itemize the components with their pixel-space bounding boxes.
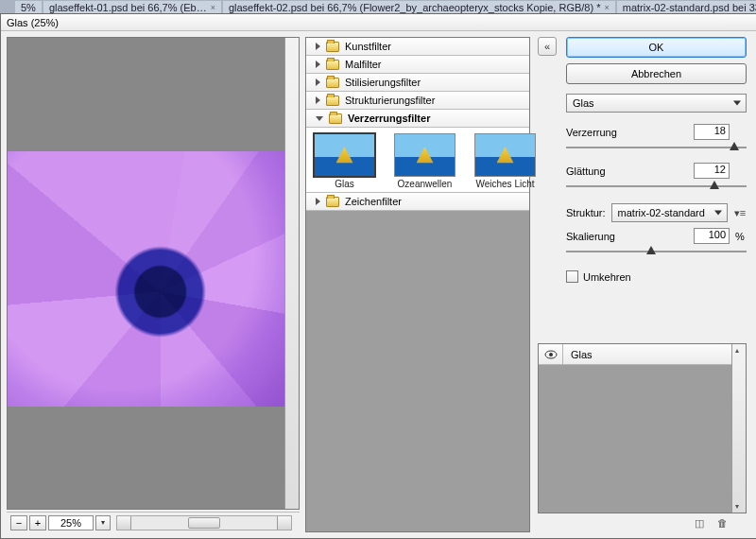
close-icon[interactable]: ×: [604, 3, 609, 12]
folder-icon: [326, 42, 339, 52]
disclosure-icon: [316, 198, 320, 205]
thumb-label: Weiches Licht: [474, 179, 536, 189]
filter-category-stilisierungsfilter[interactable]: Stilisierungsfilter: [306, 74, 529, 92]
filter-thumb-glas[interactable]: Glas: [314, 133, 375, 189]
folder-icon: [326, 78, 339, 88]
thumbnail-icon: [394, 133, 455, 177]
filter-thumb-ozeanwellen[interactable]: Ozeanwellen: [394, 133, 455, 189]
scrollbar-vertical[interactable]: [731, 344, 746, 513]
scrollbar-horizontal[interactable]: [116, 515, 292, 530]
document-tab[interactable]: glaseffekt-02.psd bei 66,7% (Flower2_by_…: [223, 1, 615, 14]
filter-type-select[interactable]: Glas: [566, 94, 747, 113]
folder-icon: [326, 60, 339, 70]
filter-tree-panel: Kunstfilter Malfilter Stilisierungsfilte…: [301, 31, 532, 538]
slider-thumb[interactable]: [710, 181, 719, 189]
filter-category-malfilter[interactable]: Malfilter: [306, 56, 529, 74]
zoom-out-button[interactable]: −: [10, 515, 27, 530]
visibility-toggle[interactable]: [539, 344, 563, 364]
category-label: Malfilter: [345, 59, 382, 70]
ok-button[interactable]: OK: [566, 37, 747, 58]
settings-panel: « OK Abbrechen Glas Verzerrung 18 Glättu…: [532, 31, 756, 538]
category-label: Kunstfilter: [345, 41, 391, 52]
category-label: Stilisierungsfilter: [345, 77, 421, 88]
filter-category-strukturierungsfilter[interactable]: Strukturierungsfilter: [306, 92, 529, 110]
filter-thumbnails: Glas Ozeanwellen Weiches Licht: [306, 128, 529, 193]
filter-thumb-weiches-licht[interactable]: Weiches Licht: [474, 133, 536, 189]
new-layer-icon: ◫: [695, 517, 704, 530]
thumb-label: Glas: [314, 179, 375, 189]
folder-icon: [326, 96, 339, 106]
preview-panel: − + 25%: [1, 31, 301, 538]
filter-tree: Kunstfilter Malfilter Stilisierungsfilte…: [305, 37, 530, 532]
tab-label: matrix-02-standard.psd bei 33…: [623, 2, 756, 13]
eye-icon: [544, 350, 558, 359]
zoom-in-button[interactable]: +: [29, 515, 46, 530]
filter-category-kunstfilter[interactable]: Kunstfilter: [306, 38, 529, 56]
document-tab[interactable]: 5%: [15, 1, 42, 14]
param-label: Verzerrung: [566, 127, 688, 138]
zoom-level-field[interactable]: 25%: [48, 515, 94, 530]
filter-category-verzerrungsfilter[interactable]: Verzerrungsfilter: [306, 110, 529, 128]
new-effect-layer-button[interactable]: ◫: [694, 517, 705, 529]
delete-effect-layer-button[interactable]: 🗑: [716, 517, 728, 529]
close-icon[interactable]: ×: [211, 3, 215, 12]
checkbox-icon[interactable]: [566, 270, 578, 283]
category-label: Zeichenfilter: [345, 196, 402, 207]
category-label: Verzerrungsfilter: [348, 113, 430, 124]
param-label: Skalierung: [566, 231, 688, 242]
trash-icon: 🗑: [717, 517, 728, 529]
folder-icon: [329, 113, 342, 124]
scrollbar-thumb-vertical[interactable]: [287, 45, 297, 66]
disclosure-icon: [316, 61, 320, 68]
glaettung-slider[interactable]: [566, 181, 747, 192]
effect-layers-footer: ◫ 🗑: [538, 513, 747, 532]
thumb-label: Ozeanwellen: [394, 179, 455, 189]
menu-icon: ▾≡: [734, 207, 746, 219]
preview-zoom-bar: − + 25%: [7, 512, 300, 532]
param-struktur: Struktur: matrix-02-standard ▾≡: [566, 203, 747, 222]
tab-label: glaseffekt-02.psd bei 66,7% (Flower2_by_…: [229, 2, 601, 13]
select-value: Glas: [573, 97, 594, 109]
slider-thumb[interactable]: [730, 142, 739, 150]
disclosure-icon: [316, 78, 320, 86]
dialog-title: Glas (25%): [7, 17, 59, 28]
thumbnail-icon: [314, 133, 375, 177]
param-skalierung: Skalierung 100 %: [566, 228, 747, 244]
filter-category-zeichenfilter[interactable]: Zeichenfilter: [306, 193, 529, 211]
layer-name: Glas: [563, 349, 600, 360]
filter-gallery-dialog: Glas (25%) − + 25% Kunstfilter Malfi: [0, 13, 756, 539]
disclosure-icon: [316, 116, 323, 121]
cancel-button[interactable]: Abbrechen: [566, 63, 747, 84]
tree-empty-area: [306, 211, 529, 531]
select-value: matrix-02-standard: [618, 207, 705, 218]
slider-thumb[interactable]: [646, 246, 656, 254]
glaettung-input[interactable]: 12: [694, 163, 730, 179]
tab-label: glaseffekt-01.psd bei 66,7% (Eb…: [49, 2, 207, 13]
checkbox-label: Umkehren: [583, 271, 631, 283]
dialog-titlebar[interactable]: Glas (25%): [1, 14, 756, 31]
struktur-select[interactable]: matrix-02-standard: [611, 203, 728, 222]
effect-layer-row[interactable]: Glas: [539, 344, 746, 365]
param-label: Struktur:: [566, 207, 606, 218]
svg-point-1: [549, 353, 553, 356]
unit-label: %: [735, 231, 747, 242]
struktur-menu-button[interactable]: ▾≡: [733, 206, 747, 219]
verzerrung-input[interactable]: 18: [694, 124, 730, 140]
thumbnail-icon: [474, 133, 536, 177]
scrollbar-thumb-horizontal[interactable]: [188, 517, 220, 529]
umkehren-checkbox-row[interactable]: Umkehren: [566, 270, 747, 283]
folder-icon: [326, 197, 339, 207]
skalierung-slider[interactable]: [566, 246, 747, 257]
chevron-left-icon: «: [544, 41, 550, 52]
effect-layers-panel: Glas: [538, 343, 747, 513]
category-label: Strukturierungsfilter: [345, 95, 435, 106]
collapse-tree-button[interactable]: «: [538, 37, 557, 56]
preview-image: [8, 151, 285, 407]
tab-label: 5%: [21, 2, 36, 13]
preview-viewport[interactable]: [7, 37, 300, 510]
document-tab[interactable]: matrix-02-standard.psd bei 33…×: [617, 1, 756, 14]
document-tab[interactable]: glaseffekt-01.psd bei 66,7% (Eb…×: [43, 1, 221, 14]
zoom-dropdown-button[interactable]: [95, 515, 111, 530]
verzerrung-slider[interactable]: [566, 142, 747, 153]
skalierung-input[interactable]: 100: [694, 228, 730, 244]
